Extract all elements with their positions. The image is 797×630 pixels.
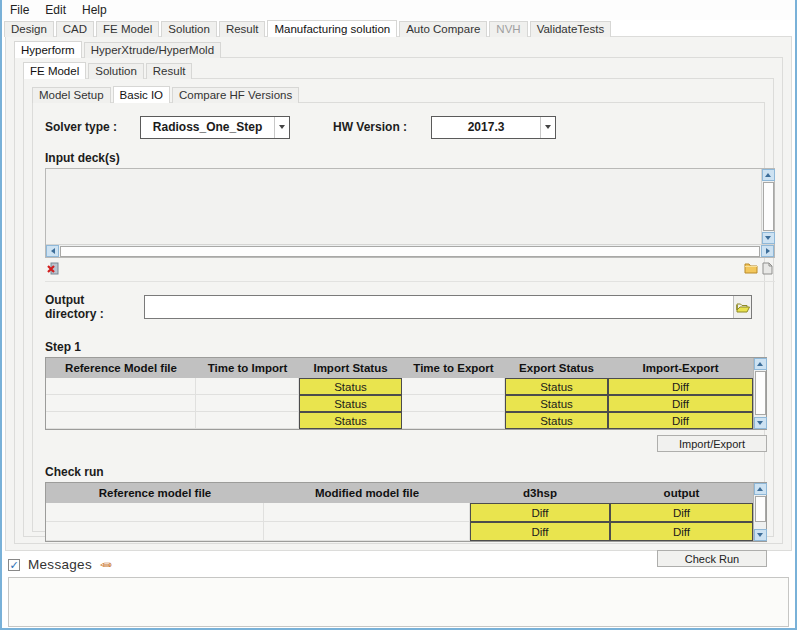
- table-row[interactable]: Status Status Diff: [46, 378, 753, 395]
- table-row[interactable]: Diff Diff: [46, 503, 753, 522]
- cell-export-status: Status: [505, 395, 608, 412]
- step1-header-row: Reference Model file Time to Import Impo…: [46, 358, 753, 378]
- cell-import-status: Status: [299, 395, 402, 412]
- input-decks-horizontal-scrollbar[interactable]: [46, 244, 774, 257]
- input-decks-listbox[interactable]: [45, 168, 775, 258]
- step1-col-export-status: Export Status: [505, 358, 608, 378]
- menu-bar: File Edit Help: [2, 0, 795, 20]
- tab-fe-model[interactable]: FE Model: [96, 21, 159, 37]
- cell-modified: [264, 503, 470, 522]
- messages-output-box[interactable]: [8, 577, 789, 627]
- messages-checkbox[interactable]: ✓: [8, 559, 20, 571]
- tab-solution[interactable]: Solution: [161, 21, 217, 37]
- tab-manufacturing-solution[interactable]: Manufacturing solution: [267, 20, 397, 37]
- input-decks-label: Input deck(s): [45, 151, 752, 165]
- cell-reference: [46, 378, 196, 395]
- hw-version-value: 2017.3: [432, 117, 540, 138]
- tab-compare-hf-versions[interactable]: Compare HF Versions: [172, 87, 299, 103]
- cell-time-export: [402, 412, 505, 429]
- tab-nvh: NVH: [489, 21, 527, 37]
- top-tab-bar: Design CAD FE Model Solution Result Manu…: [4, 20, 793, 36]
- step1-vertical-scrollbar[interactable]: [753, 358, 766, 429]
- remove-deck-icon[interactable]: [45, 261, 61, 275]
- tab-hyperform[interactable]: Hyperform: [14, 41, 82, 58]
- cell-import-export: Diff: [608, 412, 753, 429]
- messages-textarea[interactable]: [9, 578, 788, 626]
- fe-model-panel: Model Setup Basic IO Compare HF Versions…: [23, 78, 774, 537]
- step1-col-time-import: Time to Import: [196, 358, 299, 378]
- cell-output: Diff: [610, 522, 753, 541]
- output-directory-input[interactable]: [145, 296, 733, 318]
- scrollbar-thumb[interactable]: [755, 496, 766, 522]
- output-directory-row: Output directory :: [45, 294, 752, 320]
- scrollbar-thumb[interactable]: [763, 182, 774, 231]
- check-run-vertical-scrollbar[interactable]: [753, 483, 766, 541]
- tab-validatetests[interactable]: ValidateTests: [530, 21, 612, 37]
- add-folder-icon[interactable]: [743, 261, 759, 275]
- cell-import-export: Diff: [608, 378, 753, 395]
- scroll-up-icon[interactable]: [754, 483, 767, 495]
- cell-reference: [46, 522, 264, 541]
- cell-reference: [46, 412, 196, 429]
- fe-model-tab-bar: FE Model Solution Result: [23, 62, 774, 78]
- hyperform-panel: FE Model Solution Result Model Setup Bas…: [14, 57, 783, 544]
- scroll-down-icon[interactable]: [762, 232, 775, 244]
- solver-type-dropdown-icon[interactable]: [274, 117, 289, 138]
- hw-version-select[interactable]: 2017.3: [431, 116, 556, 139]
- cell-reference: [46, 395, 196, 412]
- output-directory-field[interactable]: [144, 295, 752, 319]
- step1-col-import-export: Import-Export: [608, 358, 753, 378]
- scroll-down-icon[interactable]: [754, 417, 767, 429]
- step1-col-time-export: Time to Export: [402, 358, 505, 378]
- hw-version-dropdown-icon[interactable]: [540, 117, 555, 138]
- basic-io-tab-bar: Model Setup Basic IO Compare HF Versions: [32, 86, 765, 102]
- cell-modified: [264, 522, 470, 541]
- scroll-up-icon[interactable]: [754, 358, 767, 370]
- step1-title: Step 1: [45, 340, 752, 354]
- solver-row: Solver type : Radioss_One_Step HW Versio…: [45, 115, 752, 139]
- cell-d3hsp: Diff: [470, 522, 610, 541]
- menu-edit[interactable]: Edit: [45, 3, 66, 18]
- scroll-right-icon[interactable]: [761, 245, 774, 257]
- import-export-button[interactable]: Import/Export: [657, 435, 767, 452]
- input-decks-list-area[interactable]: [46, 169, 761, 244]
- browse-folder-icon[interactable]: [733, 296, 751, 318]
- solver-type-value: Radioss_One_Step: [141, 117, 274, 138]
- tab-basic-io[interactable]: Basic IO: [113, 86, 170, 103]
- tab-hyperxtrude-hypermold[interactable]: HyperXtrude/HyperMold: [84, 42, 221, 58]
- step1-table: Reference Model file Time to Import Impo…: [45, 357, 767, 430]
- scrollbar-thumb[interactable]: [755, 371, 766, 415]
- tab-design[interactable]: Design: [4, 21, 54, 37]
- cell-time-import: [196, 412, 299, 429]
- scrollbar-thumb[interactable]: [60, 246, 760, 257]
- hyperform-tab-bar: Hyperform HyperXtrude/HyperMold: [14, 41, 783, 57]
- cell-time-import: [196, 378, 299, 395]
- tab-result-inner[interactable]: Result: [146, 63, 193, 79]
- check-run-table: Reference model file Modified model file…: [45, 482, 767, 542]
- scroll-up-icon[interactable]: [762, 169, 775, 181]
- cell-import-status: Status: [299, 412, 402, 429]
- hw-version-label: HW Version :: [333, 120, 407, 134]
- cell-d3hsp: Diff: [470, 503, 610, 522]
- tab-cad[interactable]: CAD: [56, 21, 94, 37]
- check-run-button[interactable]: Check Run: [657, 550, 767, 567]
- table-row[interactable]: Diff Diff: [46, 522, 753, 541]
- solver-type-label: Solver type :: [45, 120, 117, 134]
- add-file-icon[interactable]: [759, 261, 775, 275]
- menu-file[interactable]: File: [10, 3, 29, 18]
- cell-import-status: Status: [299, 378, 402, 395]
- cell-time-import: [196, 395, 299, 412]
- input-decks-vertical-scrollbar[interactable]: [761, 169, 774, 244]
- scroll-down-icon[interactable]: [754, 529, 767, 541]
- table-row[interactable]: Status Status Diff: [46, 395, 753, 412]
- tab-fe-model-inner[interactable]: FE Model: [23, 62, 86, 79]
- menu-help[interactable]: Help: [82, 3, 107, 18]
- table-row[interactable]: Status Status Diff: [46, 412, 753, 429]
- tab-result[interactable]: Result: [219, 21, 266, 37]
- tab-auto-compare[interactable]: Auto Compare: [399, 21, 487, 37]
- scroll-left-icon[interactable]: [46, 245, 59, 257]
- input-decks-toolbar: [45, 261, 775, 275]
- tab-model-setup[interactable]: Model Setup: [32, 87, 111, 103]
- solver-type-select[interactable]: Radioss_One_Step: [140, 116, 290, 139]
- tab-solution-inner[interactable]: Solution: [88, 63, 144, 79]
